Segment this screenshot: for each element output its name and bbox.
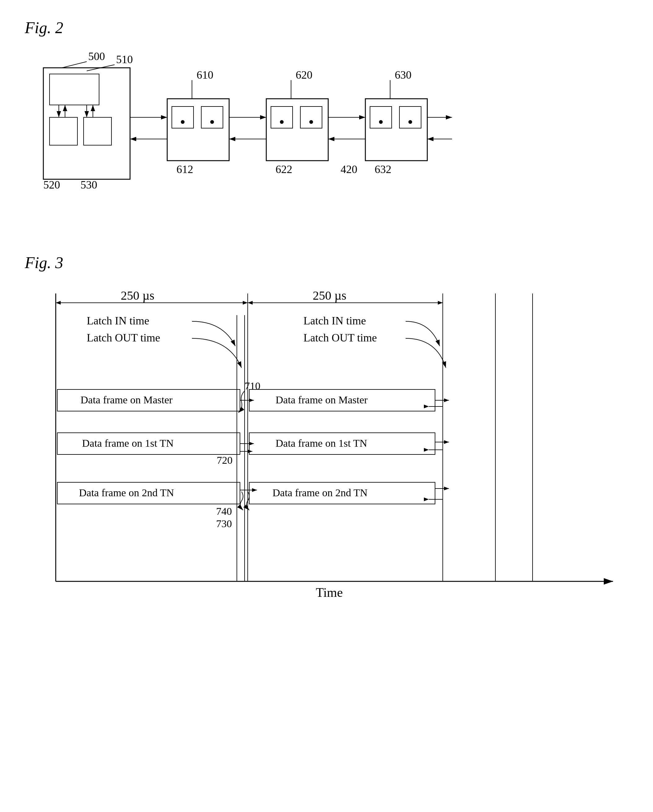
label-510: 510	[116, 53, 133, 66]
svg-rect-31	[400, 107, 421, 128]
fig3-svg: 250 µs 250 µs Latch IN time Latch OUT ti…	[25, 284, 629, 625]
svg-rect-13	[172, 107, 194, 128]
period2-label: 250 µs	[313, 288, 346, 302]
svg-point-32	[408, 120, 412, 124]
latch-out-label: Latch OUT time	[87, 331, 160, 344]
label-530: 530	[81, 179, 97, 191]
svg-point-16	[210, 120, 214, 124]
data-master1: Data frame on Master	[81, 394, 173, 406]
svg-rect-20	[266, 99, 328, 161]
label-730: 730	[216, 518, 232, 530]
period1-label: 250 µs	[121, 288, 154, 302]
data-1st-tn2: Data frame on 1st TN	[276, 437, 367, 449]
data-2nd-tn2: Data frame on 2nd TN	[273, 487, 368, 498]
label-740: 740	[216, 505, 232, 517]
label-420: 420	[340, 163, 357, 176]
data-master2: Data frame on Master	[276, 394, 368, 406]
svg-rect-23	[301, 107, 322, 128]
svg-point-30	[379, 120, 383, 124]
label-630: 630	[395, 69, 412, 81]
latch-in-label2: Latch IN time	[304, 314, 366, 327]
svg-rect-21	[271, 107, 293, 128]
fig2-diagram: 500 510 520 530	[25, 49, 629, 229]
label-632: 632	[375, 163, 391, 176]
svg-rect-1	[50, 74, 99, 105]
label-622: 622	[276, 163, 292, 176]
svg-rect-3	[84, 118, 111, 145]
svg-rect-12	[167, 99, 229, 161]
label-520: 520	[43, 179, 60, 191]
data-2nd-tn1: Data frame on 2nd TN	[79, 487, 174, 498]
svg-rect-28	[365, 99, 427, 161]
fig3-diagram: 250 µs 250 µs Latch IN time Latch OUT ti…	[25, 284, 629, 625]
label-720: 720	[217, 455, 232, 466]
svg-point-22	[280, 120, 284, 124]
svg-point-24	[309, 120, 313, 124]
label-610: 610	[197, 69, 213, 81]
page: Fig. 2 500 510	[0, 0, 653, 812]
svg-rect-2	[50, 118, 78, 145]
svg-point-14	[181, 120, 185, 124]
latch-in-label: Latch IN time	[87, 314, 149, 327]
fig2-label: Fig. 2	[25, 18, 628, 37]
fig3-label: Fig. 3	[25, 253, 628, 272]
latch-out-label2: Latch OUT time	[304, 331, 377, 344]
fig2-svg: 500 510 520 530	[25, 49, 629, 229]
svg-line-8	[62, 62, 87, 68]
label-710: 710	[245, 380, 260, 392]
svg-rect-29	[370, 107, 392, 128]
label-620: 620	[296, 69, 313, 81]
label-500: 500	[88, 50, 105, 63]
time-label: Time	[316, 585, 343, 600]
svg-rect-0	[43, 68, 130, 179]
svg-rect-15	[201, 107, 223, 128]
data-1st-tn1: Data frame on 1st TN	[82, 437, 174, 449]
label-612: 612	[177, 163, 193, 176]
